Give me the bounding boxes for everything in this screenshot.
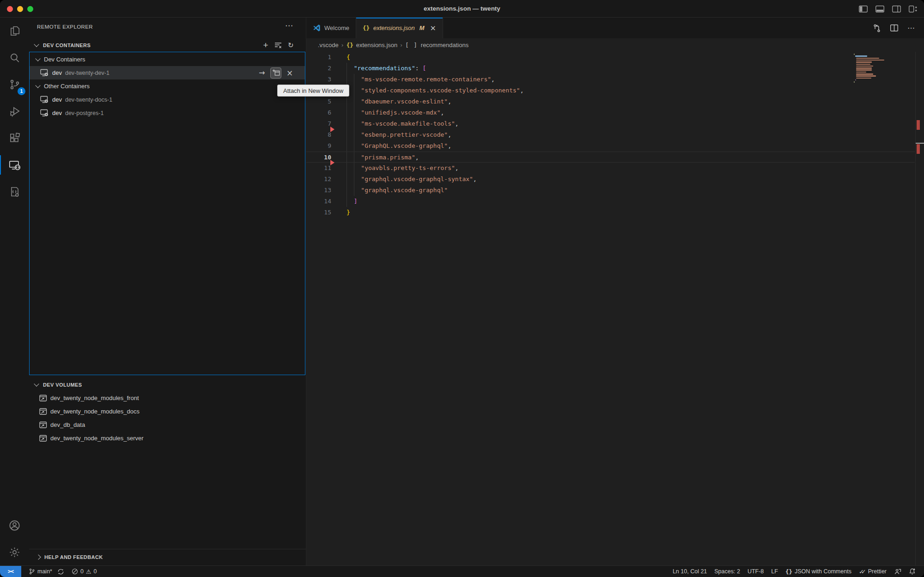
notifications-bell-icon[interactable]: [905, 566, 919, 577]
dev-volumes-section-header[interactable]: DEV VOLUMES: [29, 378, 306, 391]
tab-label: Welcome: [324, 24, 349, 31]
code-line-5[interactable]: 5 "dbaeumer.vscode-eslint",: [306, 96, 915, 107]
code-editor[interactable]: 1{2 "recommendations": [3 "ms-vscode-rem…: [306, 52, 924, 565]
container-icon: [40, 96, 49, 103]
code-line-13[interactable]: 13 "graphql.vscode-graphql": [306, 185, 915, 196]
remote-explorer-icon[interactable]: [0, 152, 29, 178]
git-deleted-lines-marker[interactable]: [330, 127, 334, 132]
minimap-line: [856, 72, 866, 73]
line-number: 15: [306, 207, 331, 218]
minimap-line: [854, 54, 855, 55]
accounts-icon[interactable]: [0, 512, 29, 539]
container-tools-icon[interactable]: [0, 178, 29, 205]
search-icon[interactable]: [0, 44, 29, 71]
code-line-10[interactable]: 10 "prisma.prisma",: [306, 152, 915, 163]
attach-in-new-window-icon[interactable]: [270, 67, 281, 79]
line-number: 12: [306, 174, 331, 185]
volume-row-dev_twenty_node_modules_front[interactable]: dev_twenty_node_modules_front: [29, 391, 306, 405]
breadcrumb-file[interactable]: extensions.json: [356, 42, 398, 49]
code-line-4[interactable]: 4 "styled-components.vscode-styled-compo…: [306, 85, 915, 96]
minimap-line: [856, 75, 876, 77]
close-tab-icon[interactable]: ×: [430, 24, 436, 32]
deleted-lines-mark: [917, 144, 920, 154]
breadcrumb-symbol[interactable]: recommendations: [421, 42, 468, 49]
code-line-7[interactable]: 7 "ms-vscode.makefile-tools",: [306, 118, 915, 129]
code-line-15[interactable]: 15}: [306, 207, 915, 218]
problems-status-item[interactable]: 0 ⚠ 0: [68, 566, 101, 577]
language-mode-item[interactable]: {} JSON with Comments: [782, 566, 855, 577]
git-deleted-lines-marker[interactable]: [330, 160, 334, 165]
code-line-9[interactable]: 9 "GraphQL.vscode-graphql",: [306, 140, 915, 152]
extensions-icon[interactable]: [0, 125, 29, 152]
code-line-11[interactable]: 11 "yoavbls.pretty-ts-errors",: [306, 163, 915, 174]
refresh-icon[interactable]: ↻: [288, 41, 294, 49]
dev-containers-section-header[interactable]: DEV CONTAINERS + ↻: [29, 38, 306, 52]
attach-in-current-window-icon[interactable]: →: [256, 67, 267, 79]
stop-container-icon[interactable]: ×: [284, 67, 295, 79]
container-row-dev-postgres-1[interactable]: devdev-postgres-1: [29, 106, 305, 120]
tree-group-dev-containers[interactable]: Dev Containers: [29, 53, 305, 66]
git-branch-icon: [29, 568, 35, 575]
indentation-item[interactable]: Spaces: 2: [711, 566, 744, 577]
overview-ruler[interactable]: [915, 52, 924, 565]
encoding-item[interactable]: UTF-8: [744, 566, 767, 577]
help-and-feedback-label: HELP AND FEEDBACK: [44, 554, 103, 560]
volume-icon: [39, 395, 47, 402]
minimap-line: [856, 64, 870, 65]
sidebar-more-actions-icon[interactable]: ⋯: [285, 21, 293, 30]
sync-icon[interactable]: [57, 568, 64, 575]
volume-row-dev_db_data[interactable]: dev_db_data: [29, 418, 306, 431]
volume-icon: [39, 408, 47, 415]
code-line-8[interactable]: 8 "esbenp.prettier-vscode",: [306, 129, 915, 140]
volume-label: dev_db_data: [50, 421, 85, 428]
toggle-panel-icon[interactable]: [875, 6, 884, 12]
open-changes-icon[interactable]: [873, 24, 881, 32]
code-line-3[interactable]: 3 "ms-vscode-remote.remote-containers",: [306, 74, 915, 85]
run-and-debug-icon[interactable]: [0, 98, 29, 125]
line-number: 8: [306, 129, 331, 140]
customize-layout-icon[interactable]: [909, 6, 918, 12]
add-container-icon[interactable]: +: [263, 40, 269, 50]
formatter-item[interactable]: ✓✓ Prettier: [855, 566, 890, 577]
code-line-6[interactable]: 6 "unifiedjs.vscode-mdx",: [306, 107, 915, 118]
tab-extensions-json[interactable]: {} extensions.json M ×: [356, 18, 443, 38]
toggle-primary-sidebar-icon[interactable]: [859, 6, 868, 12]
container-icon: [40, 69, 49, 77]
tree-group-other-containers[interactable]: Other Containers: [29, 79, 305, 93]
eol-item[interactable]: LF: [767, 566, 782, 577]
toggle-secondary-sidebar-icon[interactable]: [892, 6, 901, 12]
double-check-icon: ✓✓: [859, 568, 863, 575]
volume-row-dev_twenty_node_modules_docs[interactable]: dev_twenty_node_modules_docs: [29, 405, 306, 418]
split-editor-icon[interactable]: [890, 24, 898, 31]
branch-status-item[interactable]: main*: [25, 566, 68, 577]
settings-gear-icon[interactable]: [0, 539, 29, 565]
code-line-2[interactable]: 2 "recommendations": [: [306, 63, 915, 74]
cursor-position-mark: [916, 143, 924, 144]
warnings-icon: ⚠: [86, 568, 91, 575]
breadcrumb-separator: ›: [400, 42, 402, 49]
cursor-position-item[interactable]: Ln 10, Col 21: [669, 566, 711, 577]
errors-icon: [72, 568, 78, 575]
feedback-icon[interactable]: [890, 566, 905, 577]
container-row-dev-twenty-docs-1[interactable]: devdev-twenty-docs-1: [29, 93, 305, 106]
explorer-icon[interactable]: [0, 18, 29, 44]
tab-welcome[interactable]: Welcome: [306, 18, 356, 38]
scm-changes-badge: 1: [18, 87, 25, 95]
tab-bar: Welcome {} extensions.json M × ⋯: [306, 18, 924, 39]
line-number: 9: [306, 140, 331, 152]
code-line-14[interactable]: 14 ]: [306, 196, 915, 207]
code-line-1[interactable]: 1{: [306, 52, 915, 63]
braces-icon: {}: [785, 568, 792, 575]
clear-list-icon[interactable]: [274, 42, 282, 49]
editor-group: Welcome {} extensions.json M × ⋯ .vscode…: [306, 18, 924, 565]
source-control-icon[interactable]: 1: [0, 71, 29, 98]
help-and-feedback-section[interactable]: HELP AND FEEDBACK: [29, 549, 306, 565]
volume-row-dev_twenty_node_modules_server[interactable]: dev_twenty_node_modules_server: [29, 431, 306, 445]
breadcrumb-folder[interactable]: .vscode: [318, 42, 339, 49]
minimap-line: [856, 61, 872, 63]
line-number: 3: [306, 74, 331, 85]
container-row-dev-twenty-dev-1[interactable]: devdev-twenty-dev-1→×: [29, 66, 305, 79]
remote-indicator[interactable]: ><: [0, 566, 21, 577]
code-line-12[interactable]: 12 "graphql.vscode-graphql-syntax",: [306, 174, 915, 185]
more-actions-icon[interactable]: ⋯: [907, 24, 915, 32]
